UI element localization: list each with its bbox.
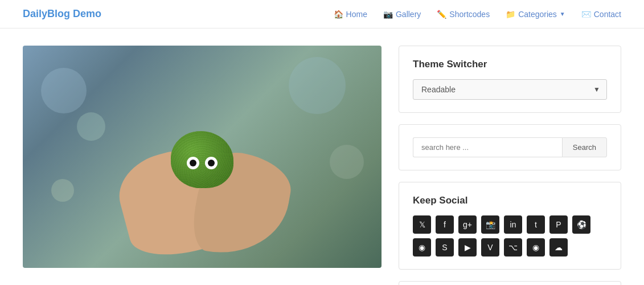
folder-icon: 📁	[506, 10, 515, 19]
eye-left	[187, 157, 199, 169]
brand-logo[interactable]: DailyBlog Demo	[23, 8, 101, 20]
social-icon-youtube[interactable]: ▶	[458, 238, 477, 256]
sidebar: Theme Switcher Readable Default Dark Lig…	[399, 46, 621, 285]
nav-menu: 🏠 Home 📷 Gallery ✏️ Shortcodes 📁 Categor…	[334, 10, 621, 19]
keep-social-widget: Keep Social 𝕏 f g+ 📸 in t P ⚽ ◉ S ▶ V ⌥ …	[399, 182, 621, 270]
hands-illustration	[105, 108, 299, 268]
envelope-icon: ✉️	[581, 10, 591, 19]
social-icon-twitter[interactable]: 𝕏	[413, 215, 431, 234]
camera-icon: 📷	[383, 10, 393, 19]
chevron-down-icon: ▼	[560, 11, 565, 17]
search-button[interactable]: Search	[562, 137, 607, 157]
social-icons-grid: 𝕏 f g+ 📸 in t P ⚽ ◉ S ▶ V ⌥ ◉ ☁	[413, 215, 607, 256]
social-icon-dribbble[interactable]: ⚽	[572, 215, 590, 234]
hero-image	[23, 46, 382, 268]
nav-item-home[interactable]: 🏠 Home	[334, 10, 367, 19]
eye-right	[205, 157, 218, 169]
nav-item-gallery[interactable]: 📷 Gallery	[383, 10, 421, 19]
bokeh-circle-4	[330, 145, 364, 179]
social-icon-linkedin[interactable]: in	[504, 215, 522, 234]
nav-link-contact[interactable]: ✉️ Contact	[581, 10, 621, 19]
social-icon-pinterest[interactable]: P	[549, 215, 568, 234]
search-input[interactable]	[413, 137, 562, 157]
nav-item-contact[interactable]: ✉️ Contact	[581, 10, 621, 19]
social-icon-rss[interactable]: ◉	[527, 238, 545, 256]
pupil-left	[190, 160, 196, 166]
theme-switcher-widget: Theme Switcher Readable Default Dark Lig…	[399, 46, 621, 113]
social-icon-soundcloud[interactable]: ☁	[549, 238, 568, 256]
keep-social-title: Keep Social	[413, 195, 607, 206]
moss-creature	[171, 131, 233, 188]
social-icon-flickr[interactable]: ◉	[413, 238, 431, 256]
partial-widget	[399, 281, 621, 285]
nav-link-gallery[interactable]: 📷 Gallery	[383, 10, 421, 19]
social-icon-googleplus[interactable]: g+	[458, 215, 477, 234]
hero-bg	[23, 46, 382, 268]
bokeh-circle-5	[51, 179, 74, 202]
moss-texture	[171, 131, 233, 188]
social-icon-facebook[interactable]: f	[436, 215, 454, 234]
search-bar: Search	[413, 137, 607, 157]
home-icon: 🏠	[334, 10, 343, 19]
main-content: Theme Switcher Readable Default Dark Lig…	[0, 28, 644, 285]
pencil-icon: ✏️	[437, 10, 446, 19]
nav-item-shortcodes[interactable]: ✏️ Shortcodes	[437, 10, 490, 19]
nav-link-home[interactable]: 🏠 Home	[334, 10, 367, 19]
social-icon-tumblr[interactable]: t	[527, 215, 545, 234]
nav-link-categories[interactable]: 📁 Categories ▼	[506, 10, 565, 19]
navbar: DailyBlog Demo 🏠 Home 📷 Gallery ✏️ Short…	[0, 0, 644, 28]
search-widget: Search	[399, 124, 621, 170]
theme-switcher-title: Theme Switcher	[413, 59, 607, 70]
bokeh-circle-2	[77, 112, 105, 141]
bokeh-circle-3	[289, 57, 346, 114]
social-icon-instagram[interactable]: 📸	[481, 215, 499, 234]
bokeh-circle-1	[41, 68, 87, 113]
pupil-right	[208, 160, 215, 166]
social-icon-vimeo[interactable]: V	[481, 238, 499, 256]
nav-item-categories[interactable]: 📁 Categories ▼	[506, 10, 565, 19]
theme-select[interactable]: Readable Default Dark Light	[413, 79, 607, 100]
social-icon-github[interactable]: ⌥	[504, 238, 522, 256]
social-icon-skype[interactable]: S	[436, 238, 454, 256]
nav-link-shortcodes[interactable]: ✏️ Shortcodes	[437, 10, 490, 19]
theme-select-wrapper: Readable Default Dark Light ▼	[413, 79, 607, 100]
